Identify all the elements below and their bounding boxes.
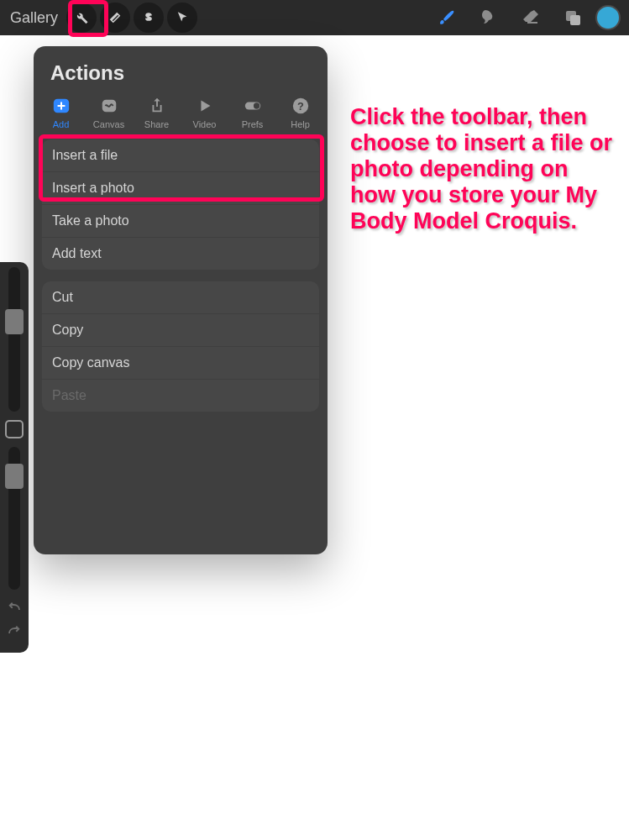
menu-copy[interactable]: Copy bbox=[42, 314, 319, 347]
help-icon: ? bbox=[289, 97, 312, 115]
tab-label: Add bbox=[53, 119, 70, 129]
eraser-button[interactable] bbox=[516, 3, 545, 32]
add-icon bbox=[50, 97, 73, 115]
menu-insert-photo[interactable]: Insert a photo bbox=[42, 172, 319, 205]
tab-label: Canvas bbox=[93, 119, 124, 129]
menu-cut[interactable]: Cut bbox=[42, 281, 319, 314]
transform-button[interactable] bbox=[167, 3, 197, 33]
layers-icon bbox=[563, 8, 583, 28]
layers-button[interactable] bbox=[558, 3, 587, 32]
smudge-button[interactable] bbox=[474, 3, 503, 32]
adjustments-button[interactable] bbox=[100, 3, 130, 33]
tab-label: Help bbox=[291, 119, 310, 129]
tab-prefs[interactable]: Prefs bbox=[229, 95, 276, 131]
brush-size-slider[interactable] bbox=[8, 267, 20, 412]
tab-share[interactable]: Share bbox=[134, 95, 181, 131]
share-icon bbox=[145, 97, 169, 115]
brush-button[interactable] bbox=[432, 3, 461, 32]
modify-button[interactable] bbox=[5, 420, 24, 438]
instruction-annotation: Click the toolbar, then choose to insert… bbox=[350, 104, 615, 234]
menu-group-insert: Insert a file Insert a photo Take a phot… bbox=[42, 139, 319, 270]
slider-thumb[interactable] bbox=[5, 464, 24, 489]
tab-help[interactable]: ? Help bbox=[277, 95, 324, 131]
menu-add-text[interactable]: Add text bbox=[42, 238, 319, 270]
tab-video[interactable]: Video bbox=[181, 95, 228, 131]
eraser-icon bbox=[521, 8, 541, 28]
selection-s-icon bbox=[141, 10, 156, 25]
slider-thumb[interactable] bbox=[5, 309, 24, 334]
wand-icon bbox=[107, 10, 123, 25]
top-toolbar: Gallery bbox=[0, 0, 629, 35]
tab-label: Prefs bbox=[242, 119, 264, 129]
prefs-toggle-icon bbox=[241, 97, 265, 115]
tab-label: Share bbox=[144, 119, 169, 129]
tab-add[interactable]: Add bbox=[38, 95, 85, 131]
actions-panel: Actions Add Canvas Share Video bbox=[34, 46, 328, 554]
actions-tab-row: Add Canvas Share Video Prefs bbox=[34, 95, 328, 139]
wrench-icon bbox=[74, 10, 89, 25]
svg-point-5 bbox=[253, 102, 259, 108]
svg-text:?: ? bbox=[297, 100, 304, 113]
actions-wrench-button[interactable] bbox=[66, 3, 97, 33]
tab-label: Video bbox=[193, 119, 217, 129]
undo-icon[interactable] bbox=[7, 601, 22, 613]
selection-button[interactable] bbox=[134, 3, 164, 33]
canvas-icon bbox=[97, 97, 121, 115]
smudge-icon bbox=[479, 8, 499, 28]
menu-group-clipboard: Cut Copy Copy canvas Paste bbox=[42, 281, 319, 412]
menu-copy-canvas[interactable]: Copy canvas bbox=[42, 347, 319, 380]
cursor-arrow-icon bbox=[175, 10, 190, 25]
brush-icon bbox=[437, 8, 457, 28]
redo-icon[interactable] bbox=[7, 625, 22, 637]
tab-canvas[interactable]: Canvas bbox=[86, 95, 133, 131]
gallery-button[interactable]: Gallery bbox=[5, 9, 63, 27]
side-controls bbox=[0, 262, 29, 653]
menu-paste: Paste bbox=[42, 380, 319, 412]
panel-title: Actions bbox=[34, 46, 328, 95]
opacity-slider[interactable] bbox=[8, 447, 20, 590]
menu-take-photo[interactable]: Take a photo bbox=[42, 205, 319, 238]
color-picker-button[interactable] bbox=[595, 5, 621, 30]
svg-rect-1 bbox=[570, 15, 580, 25]
menu-insert-file[interactable]: Insert a file bbox=[42, 139, 319, 172]
video-play-icon bbox=[193, 97, 217, 115]
